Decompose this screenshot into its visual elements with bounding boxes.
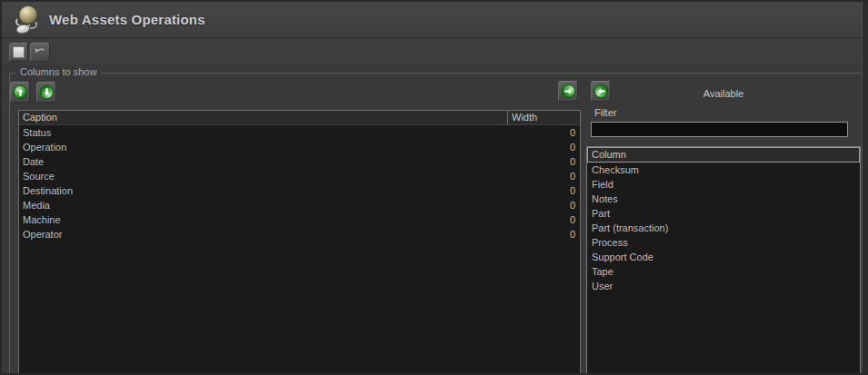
undo-button[interactable] [30,43,50,62]
list-item[interactable]: Support Code [587,250,860,264]
row-caption: Status [19,125,507,140]
table-row[interactable]: Operation 0 [19,140,580,154]
filter-label: Filter [594,107,616,118]
row-caption: Media [19,198,507,212]
columns-to-show-group-label: Columns to show [15,66,101,77]
list-item[interactable]: Part [587,206,860,221]
table-row[interactable]: Date 0 [19,154,580,169]
caption-column-header[interactable]: Caption [19,111,507,124]
available-title: Available [586,88,861,99]
list-item[interactable]: Tape [587,264,860,279]
table-row[interactable]: Machine 0 [19,212,580,227]
toolbar [2,39,862,64]
app-window: Web Assets Operations Columns to show [0,0,868,375]
table-row[interactable]: Source 0 [19,169,580,183]
table-row[interactable]: Operator 0 [19,227,580,242]
row-caption: Date [19,154,507,169]
move-right-button[interactable] [558,81,578,102]
columns-table: Caption Width Status 0 Operation 0 Date … [18,110,581,375]
row-caption: Source [19,169,507,183]
list-item[interactable]: Part (transaction) [587,221,860,235]
blank-page-icon [13,46,25,58]
window-right-edge [862,2,868,373]
list-item[interactable]: User [587,279,860,293]
list-item[interactable]: Process [587,235,860,250]
move-down-icon [39,84,55,100]
row-caption: Operator [19,227,507,242]
undo-arrow-icon [33,45,47,60]
move-up-icon [13,84,28,100]
available-list: Column Checksum Field Notes Part Part (t… [586,146,861,375]
row-width: 0 [507,125,580,140]
table-row[interactable]: Status 0 [19,125,580,140]
row-caption: Operation [19,140,507,154]
row-width: 0 [507,198,580,212]
row-caption: Machine [19,212,507,227]
width-column-header[interactable]: Width [507,111,580,124]
list-item[interactable]: Checksum [587,163,860,177]
web-assets-app-icon [11,4,45,37]
move-right-icon [561,84,576,99]
row-width: 0 [507,183,580,198]
columns-table-header: Caption Width [19,111,580,125]
table-row[interactable]: Media 0 [19,198,580,212]
row-width: 0 [507,169,580,183]
move-down-button[interactable] [36,82,56,103]
table-row[interactable]: Destination 0 [19,183,580,198]
available-list-header[interactable]: Column [587,147,860,163]
list-item[interactable]: Field [587,177,860,192]
move-up-button[interactable] [10,82,30,103]
row-caption: Destination [19,183,507,198]
list-item[interactable]: Notes [587,192,860,206]
row-width: 0 [507,212,580,227]
row-width: 0 [507,140,580,154]
row-width: 0 [507,154,580,169]
new-button[interactable] [9,43,28,62]
row-width: 0 [507,227,580,242]
title-bar: Web Assets Operations [2,2,862,38]
filter-input[interactable] [591,122,848,137]
page-title: Web Assets Operations [49,12,205,27]
